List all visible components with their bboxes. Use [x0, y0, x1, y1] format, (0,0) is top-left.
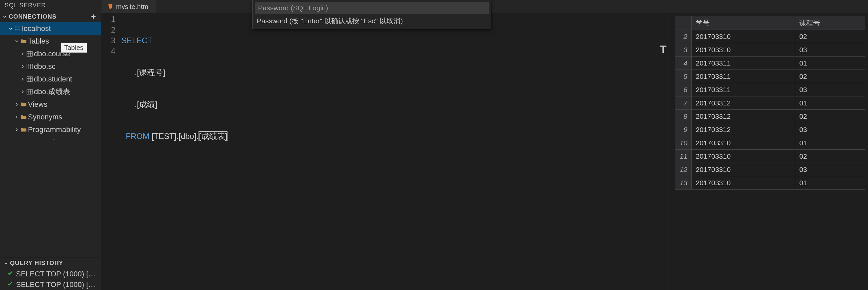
html-file-icon — [107, 3, 114, 11]
table-icon — [25, 63, 34, 70]
text-indicator-icon: T — [660, 44, 666, 55]
cell[interactable]: 201703311 — [692, 57, 795, 70]
sidebar: SQL SERVER CONNECTIONS localhost Tables — [0, 0, 101, 290]
table-label: dbo.sc — [34, 62, 56, 71]
table-row[interactable]: 1120170331002 — [675, 150, 865, 163]
table-row[interactable]: 420170331101 — [675, 57, 865, 70]
svg-rect-5 — [27, 90, 33, 94]
query-history-label: QUERY HISTORY — [10, 260, 63, 267]
history-label: SELECT TOP (1000) [学...M [TEST].[... — [16, 280, 98, 290]
section-title: SQL SERVER — [0, 0, 101, 11]
cell[interactable]: 02 — [795, 70, 865, 83]
tree-table-item[interactable]: dbo.sc — [0, 60, 101, 73]
svg-rect-1 — [15, 29, 20, 31]
cell[interactable]: 03 — [795, 163, 865, 176]
cell[interactable]: 01 — [795, 57, 865, 70]
row-num: 6 — [675, 83, 692, 96]
row-num: 7 — [675, 96, 692, 110]
folder-label: Synonyms — [28, 113, 62, 121]
cell[interactable]: 01 — [795, 96, 865, 110]
editor[interactable]: 1 2 3 4 SELECT ,[课程号] ,[成绩] FROM [TEST].… — [101, 13, 672, 290]
table-row[interactable]: 620170331103 — [675, 83, 865, 96]
row-num: 5 — [675, 70, 692, 83]
cell[interactable]: 02 — [795, 150, 865, 163]
connections-tree: localhost Tables dbo.coursedbo.scdbo.stu… — [0, 22, 101, 140]
folder-icon — [19, 114, 28, 121]
folder-label: Views — [28, 100, 47, 109]
folder-label: Programmability — [28, 125, 81, 134]
col-header-0[interactable]: 学号 — [692, 16, 795, 30]
code-area[interactable]: SELECT ,[课程号] ,[成绩] FROM [TEST].[dbo].[成… — [121, 13, 227, 290]
table-row[interactable]: 1020170331001 — [675, 136, 865, 150]
check-icon — [7, 270, 13, 278]
connections-label: CONNECTIONS — [9, 13, 57, 20]
tree-folder-item[interactable]: Programmability — [0, 123, 101, 136]
history-item[interactable]: SELECT TOP (1000) [学...M [TEST].[... — [0, 279, 101, 290]
results-pane: 学号 课程号 220170331002320170331003420170331… — [672, 13, 868, 290]
cell[interactable]: 01 — [795, 176, 865, 190]
row-num: 13 — [675, 176, 692, 190]
cell[interactable]: 201703311 — [692, 83, 795, 96]
history-label: SELECT TOP (1000) [学...M [TEST].[... — [16, 269, 98, 279]
tables-label: Tables — [28, 37, 49, 45]
svg-rect-3 — [27, 64, 33, 69]
row-num: 11 — [675, 150, 692, 163]
tree-table-item[interactable]: dbo.student — [0, 73, 101, 86]
cell[interactable]: 201703310 — [692, 43, 795, 57]
cell[interactable]: 03 — [795, 83, 865, 96]
cell[interactable]: 201703310 — [692, 30, 795, 43]
cell[interactable]: 201703310 — [692, 163, 795, 176]
row-num: 8 — [675, 110, 692, 123]
svg-rect-2 — [27, 52, 33, 57]
table-row[interactable]: 1320170331001 — [675, 176, 865, 190]
chevron-down-icon[interactable] — [2, 14, 7, 19]
cell[interactable]: 03 — [795, 43, 865, 57]
password-prompt: Password (SQL Login) Password (按 "Enter"… — [252, 0, 491, 29]
tab-mysite[interactable]: mysite.html — [101, 0, 156, 13]
table-row[interactable]: 520170331102 — [675, 70, 865, 83]
row-num-header — [675, 16, 692, 30]
cell[interactable]: 201703310 — [692, 150, 795, 163]
tooltip: Tables — [61, 42, 87, 53]
folder-icon — [19, 38, 28, 45]
row-num: 12 — [675, 163, 692, 176]
server-icon — [13, 25, 22, 32]
row-num: 2 — [675, 30, 692, 43]
cell[interactable]: 201703312 — [692, 96, 795, 110]
add-connection-button[interactable] — [89, 12, 98, 21]
row-num: 10 — [675, 136, 692, 150]
cell[interactable]: 201703312 — [692, 110, 795, 123]
table-row[interactable]: 320170331003 — [675, 43, 865, 57]
table-row[interactable]: 1220170331003 — [675, 163, 865, 176]
tree-folder-item[interactable]: Views — [0, 98, 101, 111]
cell[interactable]: 02 — [795, 110, 865, 123]
cell[interactable]: 03 — [795, 123, 865, 136]
tree-folder-item[interactable]: External Resources — [0, 136, 101, 140]
main: mysite.html Password (SQL Login) Passwor… — [101, 0, 868, 290]
cell[interactable]: 201703311 — [692, 70, 795, 83]
row-num: 9 — [675, 123, 692, 136]
table-row[interactable]: 820170331202 — [675, 110, 865, 123]
table-row[interactable]: 720170331201 — [675, 96, 865, 110]
password-input[interactable]: Password (SQL Login) — [255, 2, 489, 13]
folder-icon — [19, 101, 28, 108]
cell[interactable]: 01 — [795, 136, 865, 150]
tree-table-item[interactable]: dbo.成绩表 — [0, 86, 101, 98]
col-header-1[interactable]: 课程号 — [795, 16, 865, 30]
cell[interactable]: 201703312 — [692, 123, 795, 136]
table-row[interactable]: 220170331002 — [675, 30, 865, 43]
cell[interactable]: 201703310 — [692, 136, 795, 150]
tab-label: mysite.html — [116, 3, 150, 11]
cell[interactable]: 201703310 — [692, 176, 795, 190]
row-num: 4 — [675, 57, 692, 70]
table-icon — [25, 88, 34, 95]
password-hint: Password (按 "Enter" 以确认或按 "Esc" 以取消) — [253, 13, 491, 29]
query-history-header[interactable]: QUERY HISTORY — [0, 257, 101, 269]
tree-folder-item[interactable]: Synonyms — [0, 111, 101, 123]
results-grid[interactable]: 学号 课程号 220170331002320170331003420170331… — [675, 16, 865, 190]
table-row[interactable]: 920170331203 — [675, 123, 865, 136]
history-item[interactable]: SELECT TOP (1000) [学...M [TEST].[... — [0, 269, 101, 279]
check-icon — [7, 280, 13, 289]
tree-server-localhost[interactable]: localhost — [0, 22, 101, 35]
cell[interactable]: 02 — [795, 30, 865, 43]
